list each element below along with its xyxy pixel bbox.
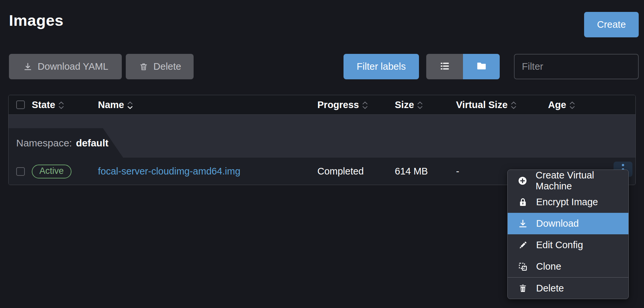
- create-button[interactable]: Create: [584, 12, 639, 37]
- column-header-progress[interactable]: Progress: [317, 99, 395, 110]
- column-header-virtual-size[interactable]: Virtual Size: [456, 99, 548, 110]
- namespace-tab: Namespace: default: [9, 128, 123, 158]
- progress-cell: Completed: [317, 166, 395, 177]
- sort-carets-icon: [58, 101, 65, 109]
- lock-icon: [518, 197, 528, 207]
- sort-carets-icon: [569, 101, 575, 109]
- plus-circle-icon: [518, 176, 528, 186]
- download-yaml-button[interactable]: Download YAML: [9, 54, 122, 79]
- filter-input[interactable]: [514, 54, 639, 79]
- sort-carets-icon: [362, 101, 368, 109]
- trash-icon: [518, 284, 528, 293]
- row-actions-menu: Create Virtual Machine Encrypt Image Dow…: [507, 170, 629, 299]
- menu-item-edit-config[interactable]: Edit Config: [508, 234, 628, 256]
- clone-icon: [518, 262, 528, 272]
- filter-labels-button[interactable]: Filter labels: [344, 54, 419, 79]
- column-header-age[interactable]: Age: [548, 99, 635, 110]
- sort-carets-icon: [510, 101, 517, 109]
- namespace-group-row: Namespace: default: [9, 115, 635, 158]
- delete-button[interactable]: Delete: [126, 54, 194, 79]
- menu-item-encrypt-image[interactable]: Encrypt Image: [508, 191, 628, 213]
- table-header-row: State Name Progress Size: [9, 95, 635, 115]
- menu-item-delete[interactable]: Delete: [508, 277, 628, 299]
- image-name-link[interactable]: focal-server-cloudimg-amd64.img: [98, 166, 240, 176]
- status-badge: Active: [32, 165, 71, 178]
- page-title: Images: [9, 11, 64, 29]
- folder-icon: [476, 60, 487, 73]
- column-header-size[interactable]: Size: [395, 99, 456, 110]
- menu-item-clone[interactable]: Clone: [508, 256, 628, 277]
- list-view-button[interactable]: [426, 54, 463, 79]
- pencil-icon: [518, 241, 528, 250]
- size-cell: 614 MB: [395, 166, 456, 177]
- view-mode-toggle: [426, 54, 500, 79]
- namespace-label: Namespace:: [16, 137, 72, 149]
- row-checkbox[interactable]: [16, 167, 25, 176]
- namespace-value: default: [76, 137, 108, 149]
- menu-item-create-virtual-machine[interactable]: Create Virtual Machine: [508, 170, 628, 191]
- column-header-name[interactable]: Name: [98, 99, 317, 110]
- folder-view-button[interactable]: [463, 54, 500, 79]
- sort-carets-icon: [127, 101, 133, 109]
- menu-item-download[interactable]: Download: [508, 213, 628, 234]
- delete-button-label: Delete: [154, 61, 181, 72]
- select-all-checkbox[interactable]: [16, 100, 25, 109]
- column-header-state[interactable]: State: [32, 99, 98, 110]
- download-yaml-label: Download YAML: [38, 61, 108, 72]
- trash-icon: [138, 62, 149, 71]
- download-icon: [23, 62, 33, 71]
- list-icon: [439, 60, 450, 73]
- sort-carets-icon: [417, 101, 423, 109]
- download-icon: [518, 219, 528, 229]
